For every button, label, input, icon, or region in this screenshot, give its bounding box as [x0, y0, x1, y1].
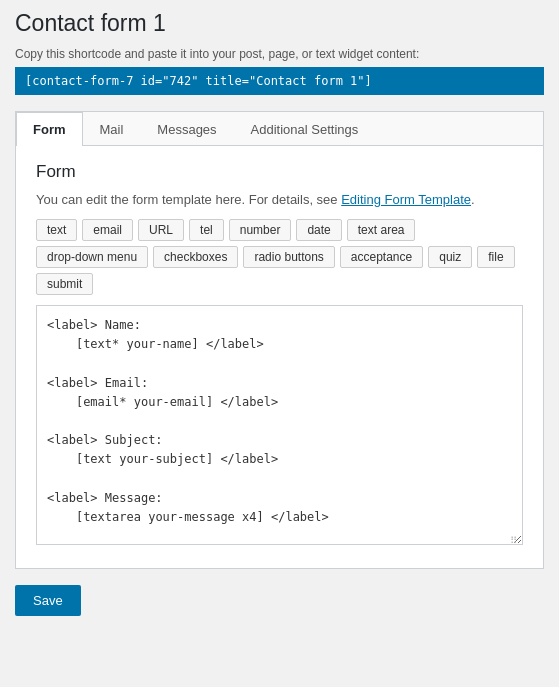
page-title: Contact form 1	[15, 10, 544, 37]
tag-btn-number[interactable]: number	[229, 219, 292, 241]
tab-mail[interactable]: Mail	[83, 112, 141, 146]
tag-btn-acceptance[interactable]: acceptance	[340, 246, 423, 268]
tag-btn-date[interactable]: date	[296, 219, 341, 241]
tab-additional-settings[interactable]: Additional Settings	[234, 112, 376, 146]
tag-btn-email[interactable]: email	[82, 219, 133, 241]
tag-buttons-row: text email URL tel number date text area…	[36, 219, 523, 295]
form-section-title: Form	[36, 162, 523, 182]
tag-btn-tel[interactable]: tel	[189, 219, 224, 241]
shortcode-info: Copy this shortcode and paste it into yo…	[15, 47, 544, 61]
tab-content-form: Form You can edit the form template here…	[16, 146, 543, 568]
resize-handle-icon: ⠿	[510, 535, 520, 545]
shortcode-box[interactable]: [contact-form-7 id="742" title="Contact …	[15, 67, 544, 95]
page-wrapper: Contact form 1 Copy this shortcode and p…	[0, 0, 559, 636]
tag-btn-text[interactable]: text	[36, 219, 77, 241]
editor-wrapper: <label> Name: [text* your-name] </label>…	[36, 305, 523, 548]
tag-btn-dropdown[interactable]: drop-down menu	[36, 246, 148, 268]
tag-btn-textarea[interactable]: text area	[347, 219, 416, 241]
tag-btn-url[interactable]: URL	[138, 219, 184, 241]
form-description: You can edit the form template here. For…	[36, 192, 523, 207]
editing-form-template-link[interactable]: Editing Form Template	[341, 192, 471, 207]
tag-btn-radio[interactable]: radio buttons	[243, 246, 334, 268]
save-button[interactable]: Save	[15, 585, 81, 616]
tab-messages[interactable]: Messages	[140, 112, 233, 146]
tabs-container: Form Mail Messages Additional Settings F…	[15, 111, 544, 569]
tag-btn-file[interactable]: file	[477, 246, 514, 268]
tabs-nav: Form Mail Messages Additional Settings	[16, 112, 543, 146]
form-description-suffix: .	[471, 192, 475, 207]
tag-btn-submit[interactable]: submit	[36, 273, 93, 295]
form-description-text: You can edit the form template here. For…	[36, 192, 341, 207]
tab-form[interactable]: Form	[16, 112, 83, 146]
form-editor[interactable]: <label> Name: [text* your-name] </label>…	[36, 305, 523, 545]
tag-btn-quiz[interactable]: quiz	[428, 246, 472, 268]
tag-btn-checkboxes[interactable]: checkboxes	[153, 246, 238, 268]
